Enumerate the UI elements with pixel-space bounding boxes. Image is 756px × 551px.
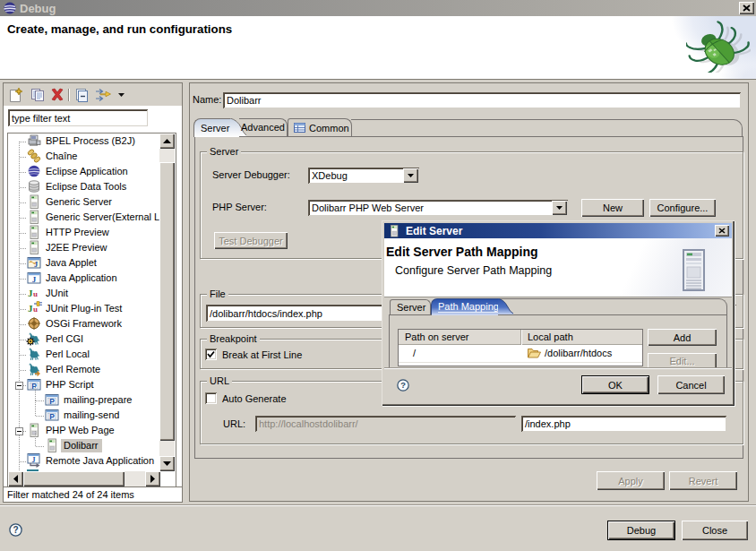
svg-text:?: ? bbox=[400, 381, 406, 390]
svg-text:?: ? bbox=[13, 525, 18, 535]
